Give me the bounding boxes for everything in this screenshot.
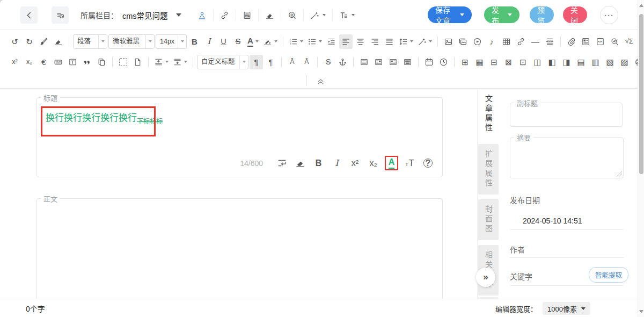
table-properties-button[interactable]: ▦	[473, 55, 486, 69]
title-help-icon[interactable]: ?	[421, 156, 435, 170]
redo-icon[interactable]: ↻	[23, 34, 36, 49]
align-left-button[interactable]	[339, 34, 353, 49]
title-font-color-button[interactable]: A	[385, 156, 398, 170]
clean-content-button[interactable]	[265, 11, 274, 20]
underline-button[interactable]: U	[217, 34, 230, 49]
ai-assist-button[interactable]	[310, 11, 326, 20]
title-superscript-button[interactable]: x²	[348, 156, 362, 170]
editor-width-select[interactable]: 1000像素	[543, 302, 590, 315]
preview-button[interactable]: 预览	[530, 6, 554, 23]
title-subscript-button[interactable]: x₂	[367, 156, 380, 170]
back-button[interactable]	[20, 6, 38, 24]
font-family-select[interactable]: 微软雅黑	[108, 34, 155, 49]
title-bold-button[interactable]: B	[312, 156, 325, 170]
close-button[interactable]: 关闭	[563, 6, 587, 23]
title-clear-format-icon[interactable]	[294, 156, 307, 170]
insert-link-header-button[interactable]	[220, 11, 229, 20]
anchor-button[interactable]	[336, 55, 349, 69]
strikethrough-button[interactable]: S	[231, 34, 245, 49]
formula-button[interactable]: √Σ	[623, 34, 636, 49]
italic-button[interactable]: I	[202, 34, 216, 49]
select-all-button[interactable]	[116, 55, 130, 69]
title-italic-button[interactable]: I	[330, 156, 343, 170]
abstract-field[interactable]: 摘要	[510, 132, 624, 178]
title-text[interactable]: 换行换行换行换行换行下标标标	[46, 110, 163, 125]
title-line-break-icon[interactable]	[275, 156, 289, 170]
tab-article-properties[interactable]: 文章属性	[478, 89, 499, 139]
import-doc-button[interactable]	[243, 11, 252, 20]
sensitive-word-check-button[interactable]	[288, 11, 297, 20]
table-header-button[interactable]: ▤	[574, 55, 588, 69]
align-center-button[interactable]	[354, 34, 367, 49]
font-color-button[interactable]: A	[246, 34, 260, 49]
new-document-button[interactable]	[131, 55, 144, 69]
attachment-button[interactable]	[565, 34, 578, 49]
vertical-scrollbar[interactable]	[638, 0, 644, 317]
blockquote-button[interactable]	[80, 55, 94, 69]
align-right-button[interactable]	[368, 34, 382, 49]
insert-table-button[interactable]	[500, 34, 513, 49]
scroll-up-icon[interactable]	[639, 4, 643, 7]
format-painter-icon[interactable]	[37, 34, 50, 49]
ordered-list-button[interactable]	[287, 34, 305, 49]
scrollbar-thumb[interactable]	[639, 14, 643, 174]
title-case-button[interactable]: T	[403, 156, 416, 170]
bold-button[interactable]: B	[188, 34, 201, 49]
paste-button[interactable]	[95, 55, 108, 69]
layout-right-button[interactable]	[372, 55, 385, 69]
insert-image-button[interactable]	[442, 34, 455, 49]
scroll-down-icon[interactable]	[639, 310, 643, 313]
insert-time-button[interactable]	[437, 55, 450, 69]
tab-cover-image[interactable]: 封面图	[478, 199, 499, 240]
more-actions-button[interactable]: ···	[600, 6, 618, 24]
import-word-button[interactable]	[579, 34, 592, 49]
horizontal-rule-button[interactable]: —	[529, 34, 542, 49]
letter-spacing-increase-button[interactable]: Ā	[300, 55, 313, 69]
author-label[interactable]: 作者	[510, 244, 525, 255]
align-justify-button[interactable]	[383, 34, 396, 49]
keyboard-input-icon[interactable]	[52, 55, 65, 69]
table-delete-row-button[interactable]: ▥	[589, 55, 602, 69]
insert-video-button[interactable]	[471, 34, 484, 49]
layout-left-button[interactable]	[386, 55, 400, 69]
layout-bottom-button[interactable]	[401, 55, 414, 69]
insert-date-button[interactable]	[422, 55, 436, 69]
keyword-label[interactable]: 关键字	[510, 271, 532, 282]
letter-spacing-decrease-button[interactable]: Ā	[286, 55, 299, 69]
export-pdf-button[interactable]	[594, 34, 607, 49]
find-replace-button[interactable]	[608, 34, 621, 49]
superscript-button[interactable]: x²	[8, 55, 21, 69]
insert-gallery-button[interactable]	[456, 34, 470, 49]
table-col-right-button[interactable]: ◫	[531, 55, 544, 69]
custom-title-select[interactable]: 自定义标题	[197, 55, 248, 69]
text-box-button[interactable]	[66, 55, 79, 69]
paragraph-select[interactable]: 段落	[73, 34, 107, 49]
history-list-button[interactable]	[52, 6, 69, 24]
auto-format-button[interactable]	[416, 34, 434, 49]
collapse-panel-button[interactable]: »	[476, 268, 495, 287]
space-before-button[interactable]	[152, 55, 170, 69]
title-field[interactable]: 标题 换行换行换行换行换行下标标标 14/600 BIx²x₂AT?	[36, 92, 443, 177]
smart-extract-button[interactable]: 智能提取	[589, 267, 628, 283]
subscript-button[interactable]: x₂	[23, 55, 36, 69]
insert-link-button[interactable]	[514, 34, 528, 49]
table-merge-cell-button[interactable]: ◨	[560, 55, 573, 69]
paragraph-mark-button[interactable]: ¶	[250, 55, 263, 69]
publish-date-value[interactable]: 2024-05-10 14:51	[523, 217, 582, 225]
highlight-color-button[interactable]	[261, 34, 279, 49]
author-org-button[interactable]	[197, 11, 207, 20]
collapse-toolbar-button[interactable]	[313, 75, 327, 87]
subtitle-field[interactable]: 副标题	[510, 98, 623, 127]
space-after-button[interactable]	[171, 55, 189, 69]
paragraph-direction-button[interactable]: ¶	[264, 55, 277, 69]
table-delete-col-button[interactable]: ▧	[603, 55, 617, 69]
table-row-above-button[interactable]: ⊟	[487, 55, 501, 69]
publish-button[interactable]: 发布	[484, 6, 519, 23]
table-split-cell-button[interactable]: ◧	[545, 55, 559, 69]
category-dropdown-icon[interactable]	[176, 13, 181, 17]
line-height-button[interactable]	[397, 34, 415, 49]
clear-format-icon[interactable]	[52, 34, 65, 49]
unordered-list-button[interactable]	[306, 34, 324, 49]
special-char-button[interactable]: €	[37, 55, 50, 69]
table-row-below-button[interactable]: ⊠	[502, 55, 515, 69]
